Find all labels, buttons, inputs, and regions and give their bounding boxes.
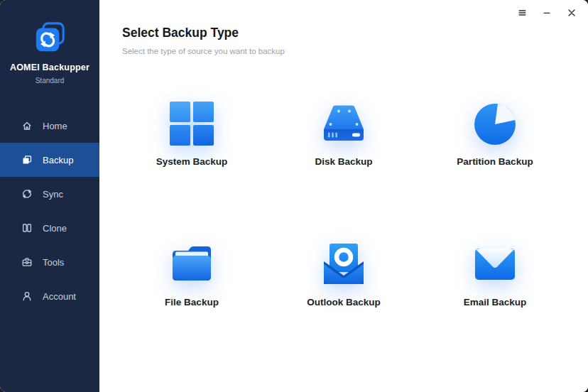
- hard-drive-icon: [320, 99, 368, 148]
- tile-system-backup[interactable]: System Backup: [131, 99, 252, 167]
- tile-label: File Backup: [165, 297, 219, 307]
- sidebar-item-backup[interactable]: Backup: [0, 143, 99, 177]
- windows-logo-icon: [168, 99, 216, 148]
- sync-icon: [21, 188, 33, 200]
- app-name: AOMEI Backupper: [0, 62, 99, 72]
- tile-email-backup[interactable]: Email Backup: [435, 240, 555, 307]
- app-window: AOMEI Backupper Standard Home: [0, 0, 588, 392]
- sync-squares-logo-icon: [33, 21, 66, 54]
- tile-disk-backup[interactable]: Disk Backup: [283, 99, 404, 167]
- folder-icon: [168, 240, 216, 288]
- home-icon: [21, 120, 33, 131]
- app-edition: Standard: [0, 77, 99, 85]
- tile-outlook-backup[interactable]: Outlook Backup: [283, 240, 404, 307]
- sidebar-item-label: Account: [43, 291, 76, 302]
- tools-icon: [21, 256, 33, 268]
- minimize-button[interactable]: [538, 5, 556, 21]
- email-envelope-icon: [471, 240, 519, 288]
- sidebar-item-sync[interactable]: Sync: [0, 177, 99, 211]
- sidebar-item-label: Home: [43, 121, 67, 131]
- sidebar-item-tools[interactable]: Tools: [0, 245, 99, 279]
- clone-icon: [21, 222, 33, 234]
- sidebar: AOMEI Backupper Standard Home: [0, 0, 99, 392]
- tile-file-backup[interactable]: File Backup: [131, 240, 252, 307]
- sidebar-item-label: Backup: [43, 155, 73, 165]
- sidebar-item-account[interactable]: Account: [0, 279, 99, 313]
- tile-partition-backup[interactable]: Partition Backup: [435, 99, 555, 167]
- page-subtitle: Select the type of source you want to ba…: [122, 47, 588, 55]
- sidebar-item-label: Sync: [43, 189, 63, 200]
- sidebar-item-clone[interactable]: Clone: [0, 211, 99, 245]
- brand: AOMEI Backupper Standard: [0, 0, 99, 85]
- tile-label: System Backup: [156, 156, 228, 167]
- tile-label: Partition Backup: [457, 156, 533, 167]
- sidebar-item-home[interactable]: Home: [0, 109, 99, 143]
- close-button[interactable]: [562, 5, 581, 21]
- tile-label: Outlook Backup: [307, 297, 381, 307]
- hamburger-icon: [517, 8, 528, 18]
- sidebar-item-label: Tools: [43, 257, 64, 268]
- menu-button[interactable]: [513, 5, 531, 21]
- tile-label: Email Backup: [464, 297, 527, 307]
- window-controls: [513, 5, 581, 21]
- account-icon: [21, 290, 33, 302]
- backup-icon: [21, 154, 33, 165]
- main-content: Select Backup Type Select the type of so…: [99, 0, 588, 392]
- tile-label: Disk Backup: [315, 156, 372, 167]
- page-title: Select Backup Type: [122, 26, 588, 40]
- close-icon: [567, 8, 577, 18]
- minimize-icon: [542, 8, 552, 18]
- outlook-envelope-icon: [320, 240, 368, 288]
- sidebar-nav: Home Backup: [0, 109, 99, 313]
- sidebar-item-label: Clone: [43, 223, 67, 234]
- pie-chart-icon: [471, 99, 519, 148]
